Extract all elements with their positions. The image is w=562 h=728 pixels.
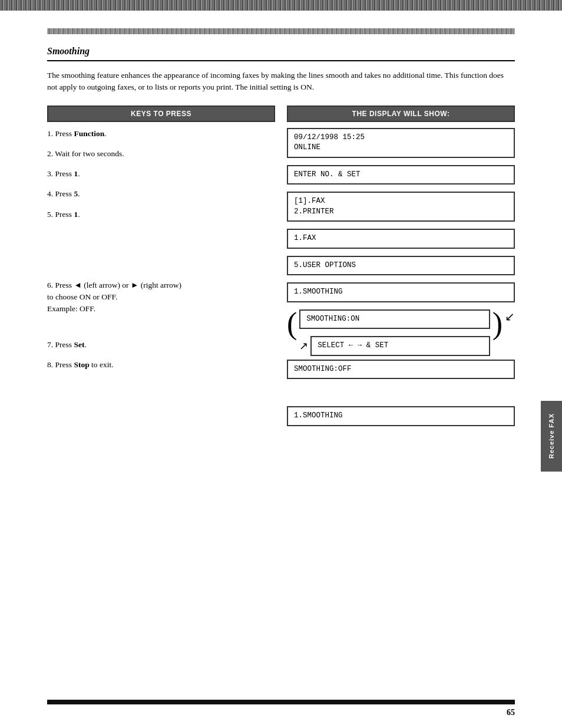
side-tab-label: Receive FAX	[548, 413, 555, 459]
display-box-5-line1: 5.USER OPTIONS	[294, 261, 356, 269]
step-5-bold: 1	[74, 210, 78, 219]
bottom-bar	[47, 700, 515, 704]
display-box-1: 09/12/1998 15:25 ONLINE	[287, 128, 515, 158]
loop-down-arrow: ↙	[505, 309, 515, 328]
display-box-9: SMOOTHING:OFF	[287, 360, 515, 380]
step-6: 6. Press ◄ (left arrow) or ► (right arro…	[47, 279, 275, 315]
step-3-text: Press 1.	[55, 169, 80, 178]
step-6-number: 6.	[47, 281, 55, 289]
step-4: 4. Press 5.	[47, 188, 275, 200]
display-box-6-line1: 1.SMOOTHING	[294, 288, 343, 296]
loop-brace-open: (	[287, 308, 297, 339]
step-6-text: Press ◄ (left arrow) or ► (right arrow)t…	[47, 281, 181, 314]
step-1-text: Press Function.	[55, 129, 107, 138]
step-8-bold: Stop	[74, 360, 89, 369]
step-3-number: 3.	[47, 169, 55, 178]
section-description: The smoothing feature enhances the appea…	[47, 70, 515, 94]
step-3-bold: 1	[74, 169, 78, 178]
step-4-bold: 5	[74, 189, 78, 198]
loop-boxes: SMOOTHING:ON ↗ SELECT ← → & SET	[299, 309, 490, 356]
loop-brace-close: )	[492, 308, 503, 339]
select-row: ↗ SELECT ← → & SET	[299, 336, 490, 356]
loop-arrow-down: ↙	[505, 309, 515, 324]
decorative-strip	[47, 28, 515, 34]
step-7: 7. Press Set.	[47, 339, 275, 351]
display-box-1-line2: ONLINE	[294, 143, 320, 151]
display-box-7-line1: SMOOTHING:ON	[306, 315, 359, 323]
step-2-text: Wait for two seconds.	[55, 149, 124, 158]
step-6-left-arrow: ◄	[74, 281, 81, 289]
step-8-text: Press Stop to exit.	[55, 360, 114, 369]
display-box-2-line1: ENTER NO. & SET	[294, 170, 361, 179]
page-number: 65	[507, 708, 515, 717]
display-box-4-line1: 1.FAX	[294, 234, 316, 242]
display-box-1-line1: 09/12/1998 15:25	[294, 133, 365, 141]
step-5-text: Press 1.	[55, 210, 80, 219]
step-5: 5. Press 1.	[47, 209, 275, 220]
step-2: 2. Wait for two seconds.	[47, 148, 275, 160]
two-column-layout: KEYS TO PRESS 1. Press Function. 2. Wait…	[47, 106, 515, 430]
step-1: 1. Press Function.	[47, 128, 275, 140]
display-box-10: 1.SMOOTHING	[287, 406, 515, 426]
step-6-right-arrow: ►	[131, 281, 138, 289]
display-box-3-line2: 2.PRINTER	[294, 207, 334, 216]
display-box-3: [1].FAX 2.PRINTER	[287, 192, 515, 222]
step-8: 8. Press Stop to exit.	[47, 359, 275, 371]
step-7-text: Press Set.	[55, 340, 87, 349]
step-4-text: Press 5.	[55, 189, 80, 198]
display-box-2: ENTER NO. & SET	[287, 165, 515, 185]
arrow-indicator-top: ↗	[299, 340, 308, 353]
steps-list: 1. Press Function. 2. Wait for two secon…	[47, 128, 275, 371]
step-8-number: 8.	[47, 360, 55, 369]
loop-annotation: ( SMOOTHING:ON ↗	[287, 309, 515, 356]
page: Smoothing The smoothing feature enhances…	[0, 0, 562, 728]
step-5-number: 5.	[47, 210, 55, 219]
display-box-10-line1: 1.SMOOTHING	[294, 411, 343, 420]
display-items: 09/12/1998 15:25 ONLINE ENTER NO. & SET …	[287, 128, 515, 426]
step-1-number: 1.	[47, 129, 55, 138]
loop-wrapper: ( SMOOTHING:ON ↗	[287, 309, 515, 356]
keys-column-header: KEYS TO PRESS	[47, 106, 275, 122]
display-column-header: THE DISPLAY WILL SHOW:	[287, 106, 515, 122]
step-1-bold: Function	[74, 129, 104, 138]
display-box-4: 1.FAX	[287, 229, 515, 249]
keys-to-press-column: KEYS TO PRESS 1. Press Function. 2. Wait…	[47, 106, 275, 430]
display-box-8-line1: SELECT ← → & SET	[318, 341, 388, 350]
step-7-bold: Set	[74, 340, 84, 349]
display-box-8: SELECT ← → & SET	[310, 336, 490, 356]
display-box-6: 1.SMOOTHING	[287, 282, 515, 302]
step-4-number: 4.	[47, 189, 55, 198]
display-box-5: 5.USER OPTIONS	[287, 256, 515, 276]
display-box-9-line1: SMOOTHING:OFF	[294, 365, 352, 373]
side-tab-receive-fax: Receive FAX	[541, 401, 562, 472]
spacer-9	[287, 383, 515, 406]
step-2-number: 2.	[47, 149, 55, 158]
step-3: 3. Press 1.	[47, 168, 275, 180]
display-box-7: SMOOTHING:ON	[299, 309, 490, 330]
display-box-3-line1: [1].FAX	[294, 197, 325, 205]
top-decorative-bar	[0, 0, 562, 11]
right-arrow-top: ↗	[299, 340, 308, 353]
section-title: Smoothing	[47, 46, 515, 61]
step-7-number: 7.	[47, 340, 55, 349]
display-will-show-column: THE DISPLAY WILL SHOW: 09/12/1998 15:25 …	[287, 106, 515, 430]
